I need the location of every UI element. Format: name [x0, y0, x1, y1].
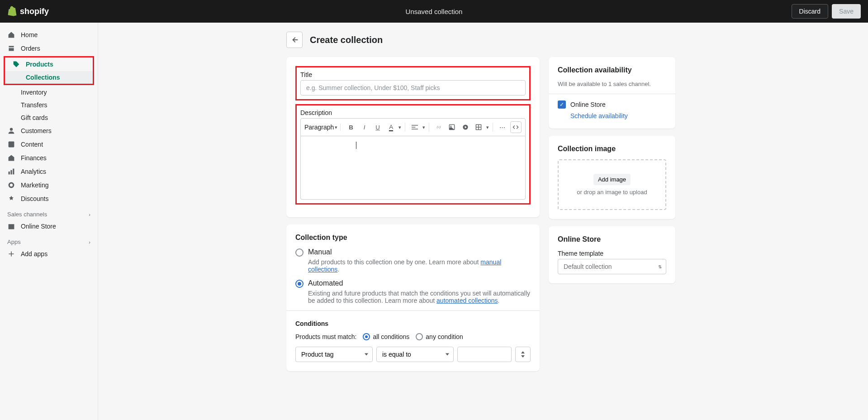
customers-icon	[7, 127, 15, 135]
collection-image-card: Collection image Add image or drop an im…	[549, 136, 675, 219]
title-input[interactable]	[300, 80, 526, 95]
nav-gift-cards[interactable]: Gift cards	[0, 111, 98, 124]
rte-more[interactable]: ⋯	[497, 121, 508, 133]
home-icon	[7, 31, 15, 39]
nav-products-label: Products	[26, 61, 53, 68]
nav-products[interactable]: Products	[5, 57, 93, 71]
conditions-heading: Conditions	[295, 320, 531, 327]
theme-template-select[interactable]: Default collection	[558, 259, 666, 274]
radio-automated[interactable]	[295, 280, 304, 288]
rte-underline[interactable]: U	[372, 121, 384, 133]
automated-description: Existing and future products that match …	[308, 290, 531, 304]
manual-description: Add products to this collection one by o…	[308, 258, 531, 273]
rte-image[interactable]	[446, 121, 458, 133]
nav-home[interactable]: Home	[0, 28, 98, 42]
condition-value-input[interactable]	[457, 347, 512, 362]
svg-rect-4	[13, 169, 14, 175]
rte-link[interactable]	[433, 121, 445, 133]
nav-discounts-label: Discounts	[21, 195, 48, 202]
rte-text-color[interactable]: A	[385, 121, 397, 133]
text-cursor	[356, 142, 356, 149]
svg-point-11	[451, 126, 452, 127]
nav-inventory[interactable]: Inventory	[0, 86, 98, 99]
availability-heading: Collection availability	[558, 66, 666, 74]
availability-subtext: Will be available to 1 sales channel.	[558, 81, 666, 87]
products-icon	[12, 60, 20, 68]
all-conditions-label: all conditions	[373, 333, 409, 340]
nav-discounts[interactable]: Discounts	[0, 192, 98, 205]
rte-html[interactable]	[510, 121, 522, 133]
description-label: Description	[300, 109, 526, 116]
save-status: Unsaved collection	[406, 8, 463, 15]
nav-add-apps[interactable]: Add apps	[0, 247, 98, 261]
radio-any-condition[interactable]	[416, 333, 423, 340]
svg-point-6	[10, 184, 13, 186]
title-label: Title	[300, 71, 526, 78]
nav-customers[interactable]: Customers	[0, 124, 98, 138]
condition-sort-button[interactable]	[515, 347, 531, 362]
plus-icon	[7, 250, 15, 258]
nav-finances-label: Finances	[21, 154, 47, 162]
sidebar-highlight: Products Collections	[4, 56, 94, 85]
title-description-card: Title Description Paragraph ▾ B	[286, 57, 540, 217]
condition-operator-select[interactable]: is equal to	[376, 347, 454, 362]
content-icon	[7, 140, 15, 148]
condition-field-select[interactable]: Product tag	[295, 347, 373, 362]
back-button[interactable]	[286, 32, 303, 48]
online-store-checkbox[interactable]: ✓	[558, 100, 566, 109]
nav-analytics-label: Analytics	[21, 168, 46, 175]
schedule-availability-link[interactable]: Schedule availability	[570, 112, 666, 119]
nav-collections[interactable]: Collections	[5, 71, 93, 84]
rte-bold[interactable]: B	[345, 121, 357, 133]
chevron-down-icon[interactable]: ▾	[398, 124, 401, 130]
rte-video[interactable]	[460, 121, 471, 133]
rte-italic[interactable]: I	[359, 121, 370, 133]
match-label: Products must match:	[295, 333, 356, 340]
online-store-card: Online Store Theme template Default coll…	[549, 226, 675, 283]
image-dropzone[interactable]: Add image or drop an image to upload	[558, 159, 666, 210]
chevron-right-icon[interactable]: ›	[89, 212, 90, 217]
rte-paragraph-select[interactable]: Paragraph	[304, 124, 334, 131]
add-image-button[interactable]: Add image	[593, 174, 631, 185]
rte-table[interactable]	[473, 121, 484, 133]
analytics-icon	[7, 167, 15, 176]
chevron-down-icon[interactable]: ▾	[486, 124, 489, 130]
rte-toolbar: Paragraph ▾ B I U A ▾ ▾	[300, 118, 526, 136]
radio-manual-label: Manual	[308, 248, 332, 256]
automated-collections-link[interactable]: automated collections	[436, 297, 498, 304]
svg-point-0	[10, 128, 13, 131]
nav-add-apps-label: Add apps	[21, 250, 47, 258]
nav-home-label: Home	[21, 31, 38, 38]
shopify-logo[interactable]: shopify	[7, 6, 49, 17]
chevron-down-icon: ▾	[335, 124, 337, 130]
condition-row: Product tag is equal to	[295, 347, 531, 362]
nav-section-apps: Apps ›	[0, 233, 98, 247]
radio-manual[interactable]	[295, 248, 304, 257]
separator	[429, 123, 429, 132]
nav-transfers[interactable]: Transfers	[0, 99, 98, 111]
page-title: Create collection	[310, 35, 383, 45]
radio-all-conditions[interactable]	[363, 333, 370, 340]
save-button[interactable]: Save	[832, 4, 861, 19]
svg-rect-9	[412, 129, 418, 129]
store-icon	[7, 222, 15, 230]
nav-finances[interactable]: Finances	[0, 151, 98, 165]
nav-analytics[interactable]: Analytics	[0, 165, 98, 178]
any-condition-label: any condition	[426, 333, 463, 340]
nav-marketing-label: Marketing	[21, 181, 48, 189]
nav-content[interactable]: Content	[0, 138, 98, 151]
chevron-right-icon[interactable]: ›	[89, 239, 90, 245]
sort-icon	[521, 351, 525, 358]
apps-label: Apps	[7, 239, 21, 245]
availability-card: Collection availability Will be availabl…	[549, 57, 675, 129]
description-editor[interactable]	[300, 136, 526, 200]
chevron-down-icon[interactable]: ▾	[422, 124, 425, 130]
nav-online-store[interactable]: Online Store	[0, 220, 98, 233]
svg-rect-2	[9, 172, 10, 174]
topbar-actions: Discard Save	[792, 4, 861, 19]
discard-button[interactable]: Discard	[792, 4, 828, 19]
nav-orders[interactable]: Orders	[0, 42, 98, 55]
nav-marketing[interactable]: Marketing	[0, 178, 98, 192]
title-highlight: Title	[295, 66, 531, 100]
rte-align[interactable]	[409, 121, 421, 133]
